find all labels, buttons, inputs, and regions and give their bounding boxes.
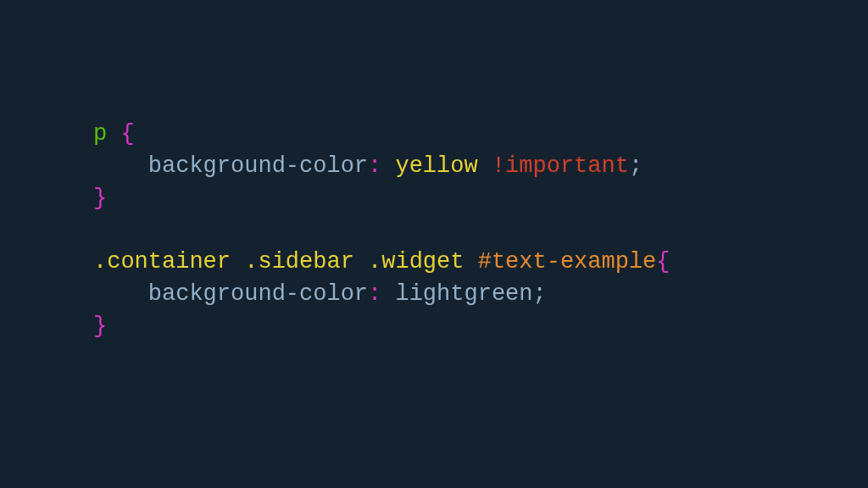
id-selector-text-example: #text-example (478, 249, 657, 274)
css-property: background-color (148, 153, 368, 179)
brace-close: } (93, 313, 107, 339)
colon: : (368, 153, 381, 179)
class-selector-container: .container (93, 249, 231, 274)
indent (93, 281, 148, 307)
space (464, 249, 477, 274)
css-value-yellow: yellow (395, 153, 477, 179)
important-flag: !important (478, 153, 629, 179)
space (231, 249, 244, 274)
css-value-lightgreen: lightgreen (395, 281, 532, 307)
semicolon: ; (629, 153, 643, 179)
colon: : (368, 281, 381, 307)
css-code-snippet: p { background-color: yellow !important;… (0, 0, 868, 462)
css-property: background-color (148, 281, 368, 307)
brace-open: { (107, 121, 134, 147)
space (381, 281, 395, 307)
semicolon: ; (533, 281, 547, 307)
class-selector-widget: .widget (368, 249, 464, 274)
selector-tag-p: p (93, 121, 107, 147)
indent (93, 153, 148, 179)
space (354, 249, 368, 274)
class-selector-sidebar: .sidebar (244, 249, 354, 274)
brace-open: { (656, 249, 670, 274)
space (381, 153, 395, 179)
brace-close: } (93, 186, 107, 211)
